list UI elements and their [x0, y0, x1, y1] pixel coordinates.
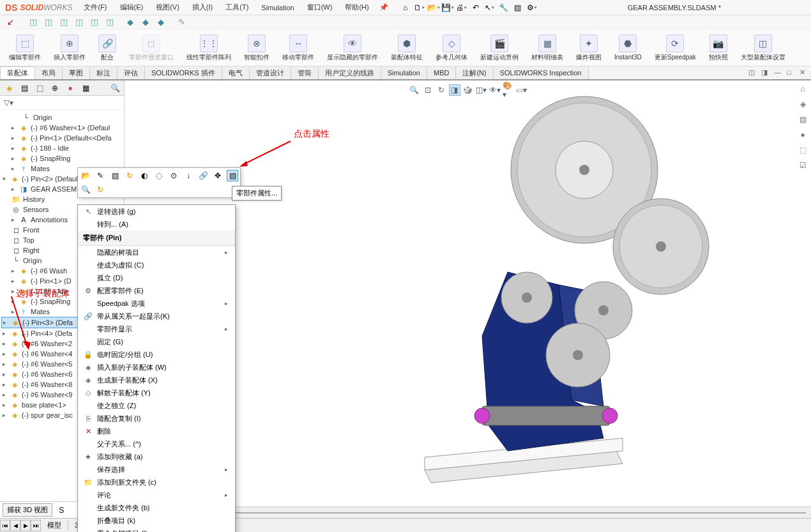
tab-annotate[interactable]: 标注 [90, 66, 117, 79]
ribbon-move-component[interactable]: ↔移动零部件 [278, 32, 318, 63]
ctx-item-comment[interactable]: 评论▸ [78, 489, 235, 501]
expand-icon[interactable]: ▸ [3, 381, 8, 388]
rb-appearance-icon[interactable]: ● [797, 129, 808, 141]
ctx-item-temp-fix[interactable]: 🔒临时固定/分组 (U) [78, 348, 235, 361]
ctx-transparency-icon[interactable]: ◌ [153, 170, 165, 181]
ctx-item-add-favorite[interactable]: ★添加到收藏 (a) [78, 450, 235, 463]
tab-sketch[interactable]: 草图 [63, 66, 90, 79]
ctx-item-independent[interactable]: 使之独立 (Z) [78, 399, 235, 412]
extra-tab-icon[interactable]: ▦ [79, 82, 92, 94]
tab-layout[interactable]: 布局 [35, 66, 63, 79]
ctx-item-config[interactable]: ⚙配置零部件 (E) [78, 284, 235, 297]
box2-icon[interactable]: ◫ [42, 17, 55, 28]
ctx-item-display[interactable]: 零部件显示▸ [78, 323, 235, 335]
expand-icon[interactable]: ▸ [11, 278, 17, 284]
ribbon-assembly-features[interactable]: ⬢装配体特征 [387, 32, 427, 63]
funnel-icon[interactable]: ▽▾ [4, 98, 13, 107]
tab-routing[interactable]: 用户定义的线路 [319, 66, 381, 79]
align-icon[interactable]: ↙ [4, 17, 17, 28]
tab-annotations[interactable]: 注解(N) [456, 66, 493, 79]
ribbon-new-motion[interactable]: 🎬新建运动算例 [476, 32, 522, 63]
open-icon[interactable]: 📂▾ [428, 2, 439, 13]
capture-3d-button[interactable]: 捕获 3D 视图 [3, 503, 52, 517]
tab-evaluate[interactable]: 评估 [117, 66, 145, 79]
tab-piping[interactable]: 管道设计 [250, 66, 291, 79]
new-icon[interactable]: 🗋▾ [414, 2, 425, 13]
nav-last-icon[interactable]: ⏭ [31, 520, 41, 531]
tab-inspection[interactable]: SOLIDWORKS Inspection [494, 66, 589, 79]
ctx-open-icon[interactable]: 📂 [80, 170, 91, 181]
rb-home-icon[interactable]: ⌂ [797, 83, 808, 95]
print-icon[interactable]: 🖨▾ [456, 2, 467, 13]
ctx-item-invert-selection[interactable]: ↖逆转选择 (g) [78, 205, 235, 218]
expand-icon[interactable]: ▸ [11, 308, 17, 315]
menu-file[interactable]: 文件(F) [77, 3, 113, 12]
ribbon-edit-component[interactable]: ⬚编辑零部件 [5, 32, 45, 63]
expand-icon[interactable]: ▸ [3, 361, 8, 367]
ctx-reload-icon[interactable]: ↻ [124, 170, 135, 181]
ribbon-mate[interactable]: 🔗配合 [95, 32, 120, 63]
close-icon[interactable]: ✕ [800, 68, 808, 77]
menu-tools[interactable]: 工具(T) [219, 3, 255, 12]
ribbon-preview[interactable]: ◻零部件预览窗口 [125, 32, 178, 63]
ribbon-linear-pattern[interactable]: ⋮⋮线性零部件阵列 [183, 32, 235, 63]
ctx-properties-icon[interactable]: ▤ [227, 170, 238, 181]
tab-simulation[interactable]: Simulation [381, 66, 427, 79]
ctx-item-goto[interactable]: 转到... (A) [78, 218, 235, 231]
expand-icon[interactable]: ▸ [3, 340, 8, 347]
ctx-item-insert-new-sub[interactable]: ◈插入新的子装配体 (W) [78, 361, 235, 374]
box3-icon[interactable]: ◫ [57, 17, 70, 28]
ctx-item-show-mates[interactable]: 🔗带从属关系一起显示(K) [78, 310, 235, 323]
ribbon-smart-fastener[interactable]: ⊗智能扣件 [240, 32, 273, 63]
feature-tree-tab-icon[interactable]: ◈ [3, 82, 15, 94]
box4-icon[interactable]: ◫ [73, 17, 86, 28]
ribbon-ref-geometry[interactable]: ◇参考几何体 [432, 32, 471, 63]
rb-design-icon[interactable]: ◈ [797, 98, 808, 110]
config-tab-icon[interactable]: ⬚ [33, 82, 46, 94]
ribbon-bom[interactable]: ▦材料明细表 [527, 32, 567, 63]
ribbon-snapshot[interactable]: 📷拍快照 [705, 32, 732, 63]
ctx-item-parent[interactable]: 父子关系... (^) [78, 437, 235, 450]
save-icon[interactable]: 💾▾ [442, 2, 453, 13]
ctx-item-collapse[interactable]: 折叠项目 (k) [78, 514, 235, 527]
float-icon[interactable]: ◫ [748, 68, 757, 77]
expand-icon[interactable]: ▸ [11, 155, 17, 162]
ctx-move-icon[interactable]: ✥ [212, 170, 224, 181]
ribbon-update-speedpak[interactable]: ⟳更新Speedpak [651, 32, 700, 63]
expand-icon[interactable]: ▸ [3, 412, 8, 418]
menu-simulation[interactable]: Simulation [255, 4, 300, 11]
expand-icon[interactable]: ▾ [3, 176, 8, 182]
nav-first-icon[interactable]: ⏮ [0, 520, 10, 531]
tree-idle1[interactable]: ▸◈(-) 188 - Idle [1, 143, 123, 153]
ctx-item-isolate[interactable]: 孤立 (D) [78, 271, 235, 284]
expand-icon[interactable]: ▸ [11, 217, 17, 223]
appearance-tab-icon[interactable]: ● [64, 82, 77, 94]
undo-icon[interactable]: ↶ [470, 2, 481, 13]
tab-sw-addins[interactable]: SOLIDWORKS 插件 [145, 66, 222, 79]
settings-icon[interactable]: ⚙▾ [526, 2, 538, 13]
tab-mbd[interactable]: MBD [427, 66, 456, 79]
menu-insert[interactable]: 插入(I) [186, 3, 219, 12]
expand-icon[interactable]: ▸ [11, 186, 17, 192]
tab-tubing[interactable]: 管筒 [291, 66, 319, 79]
dim-tab-icon[interactable]: ⊕ [49, 82, 61, 94]
maximize-icon[interactable]: □ [787, 68, 796, 77]
options-icon[interactable]: ▤ [512, 2, 524, 13]
tree-origin[interactable]: └Origin [1, 112, 123, 123]
search-icon[interactable]: 🔍 [109, 82, 121, 94]
dock-icon[interactable]: ◨ [761, 68, 770, 77]
ribbon-exploded-view[interactable]: ✦爆炸视图 [572, 32, 605, 63]
expand-icon[interactable]: ▸ [11, 268, 17, 274]
cube2-icon[interactable]: ◆ [139, 17, 152, 28]
home-icon[interactable]: ⌂ [400, 2, 411, 13]
rb-custom-icon[interactable]: ⬚ [797, 144, 808, 156]
expand-icon[interactable]: ▸ [11, 165, 17, 172]
select-icon[interactable]: ↖▾ [484, 2, 496, 13]
ribbon-large-assembly[interactable]: ◫大型装配体设置 [737, 32, 789, 63]
ctx-zoom-icon[interactable]: 🔍 [80, 184, 91, 195]
tree-washer1[interactable]: ▸◈(-) #6 Washer<1> (Defaul [1, 123, 123, 133]
ctx-item-hide-tree[interactable]: 隐藏的树项目▸ [78, 246, 235, 259]
pen-icon[interactable]: ✎ [175, 17, 188, 28]
ribbon-insert-component[interactable]: ⊕插入零部件 [50, 32, 89, 63]
ribbon-show-hidden[interactable]: 👁显示隐藏的零部件 [323, 32, 382, 63]
